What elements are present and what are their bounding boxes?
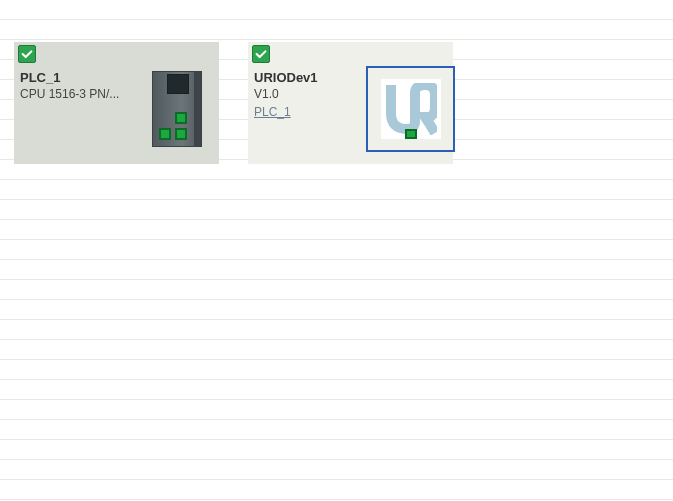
device-subtitle: CPU 1516-3 PN/... bbox=[20, 87, 128, 101]
port-icon bbox=[159, 128, 171, 140]
port-icon bbox=[175, 128, 187, 140]
device-visual[interactable] bbox=[368, 66, 453, 152]
status-ok-icon bbox=[18, 45, 36, 63]
device-footer bbox=[248, 152, 453, 164]
ur-logo-icon bbox=[381, 79, 441, 139]
device-footer bbox=[14, 152, 219, 164]
plc-module-icon bbox=[152, 71, 202, 147]
device-subtitle: V1.0 bbox=[254, 87, 362, 101]
device-body: URIODev1 V1.0 PLC_1 bbox=[248, 66, 453, 152]
port-icon bbox=[405, 129, 417, 139]
port-icon bbox=[175, 112, 187, 124]
device-header bbox=[248, 42, 453, 66]
device-name: PLC_1 bbox=[20, 70, 128, 85]
network-canvas[interactable]: PLC_1 CPU 1516-3 PN/... U bbox=[0, 0, 673, 501]
status-ok-icon bbox=[252, 45, 270, 63]
device-body: PLC_1 CPU 1516-3 PN/... bbox=[14, 66, 219, 152]
controller-link[interactable]: PLC_1 bbox=[254, 105, 362, 119]
device-info: PLC_1 CPU 1516-3 PN/... bbox=[14, 66, 134, 152]
device-card-plc[interactable]: PLC_1 CPU 1516-3 PN/... bbox=[14, 42, 219, 164]
device-info: URIODev1 V1.0 PLC_1 bbox=[248, 66, 368, 152]
device-header bbox=[14, 42, 219, 66]
device-card-urio[interactable]: URIODev1 V1.0 PLC_1 bbox=[248, 42, 453, 164]
device-visual[interactable] bbox=[134, 66, 219, 152]
device-name: URIODev1 bbox=[254, 70, 362, 85]
